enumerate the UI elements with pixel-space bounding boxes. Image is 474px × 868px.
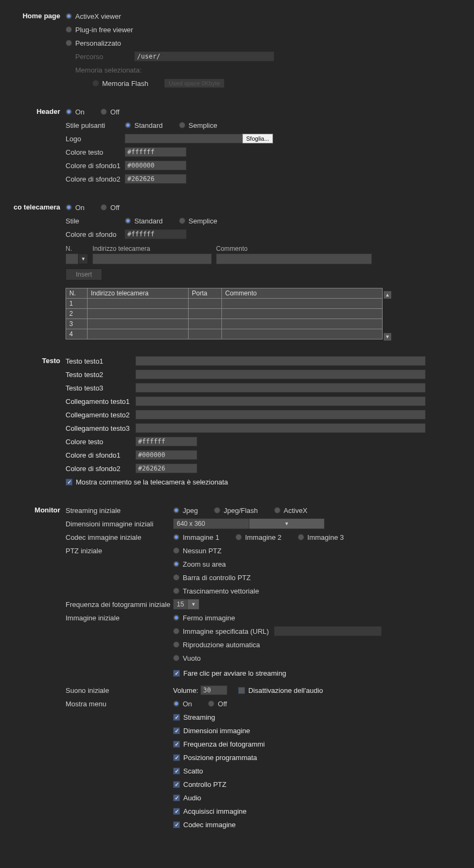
cb-preset[interactable]: ✓ xyxy=(173,754,180,761)
dropdown-fps[interactable]: 15▼ xyxy=(173,599,199,610)
label-testo-bg2: Colore di sfondo2 xyxy=(66,465,135,473)
th-n: N. xyxy=(66,288,88,299)
radio-pluginfree-viewer[interactable] xyxy=(66,26,72,33)
input-volume[interactable] xyxy=(200,685,227,695)
input-img-url xyxy=(274,626,382,636)
camera-table: N. Indirizzo telecamera Porta Commento 1… xyxy=(66,288,383,339)
label-menu-on: On xyxy=(183,700,192,708)
radio-jpegflash[interactable] xyxy=(214,507,220,513)
radio-codec1[interactable] xyxy=(173,534,179,540)
input-l2[interactable] xyxy=(135,410,426,419)
scroll-down-icon[interactable]: ▼ xyxy=(384,333,391,341)
cb-capture[interactable]: ✓ xyxy=(173,808,180,815)
cb-stream[interactable]: ✓ xyxy=(173,714,180,721)
radio-cam-on[interactable] xyxy=(66,204,72,211)
radio-img-url[interactable] xyxy=(173,628,179,634)
label-bg1: Colore di sfondo1 xyxy=(66,162,125,170)
section-title-monitor: Monitor xyxy=(0,505,64,833)
label-btn-style: Stile pulsanti xyxy=(66,121,125,129)
radio-cam-off[interactable] xyxy=(100,204,107,211)
label-ptz: PTZ iniziale xyxy=(66,547,173,555)
label-header-off: Off xyxy=(110,108,119,116)
radio-jpeg[interactable] xyxy=(173,507,179,513)
dropdown-dim[interactable]: 640 x 360▼ xyxy=(173,518,325,529)
label-img: Immagine iniziale xyxy=(66,614,173,622)
label-ptz-bar: Barra di controllo PTZ xyxy=(183,574,250,582)
radio-cam-standard[interactable] xyxy=(125,218,131,224)
input-logo[interactable] xyxy=(125,134,243,143)
label-text-color: Colore testo xyxy=(66,148,125,156)
input-bg2[interactable] xyxy=(125,174,186,184)
radio-menu-off[interactable] xyxy=(208,700,214,707)
checkbox-click-start[interactable]: ✓ xyxy=(173,670,180,677)
radio-flash-memory xyxy=(92,80,99,86)
cb-ptz[interactable]: ✓ xyxy=(173,781,180,788)
radio-cam-simple[interactable] xyxy=(179,218,185,224)
input-l3[interactable] xyxy=(135,423,426,433)
input-testo-bg1[interactable] xyxy=(135,450,197,460)
label-ptz-zoom: Zoom su area xyxy=(183,560,226,568)
radio-activex-viewer[interactable] xyxy=(66,13,72,19)
radio-codec3[interactable] xyxy=(298,534,304,540)
section-title-homepage: Home page xyxy=(0,11,64,91)
col-addr: Indirizzo telecamera xyxy=(92,245,216,252)
label-activex: ActiveX xyxy=(284,507,307,515)
label-testo-color: Colore testo xyxy=(66,438,135,446)
input-cam-comment[interactable] xyxy=(216,254,372,264)
input-cam-bg xyxy=(125,229,186,239)
label-cam-standard: Standard xyxy=(134,217,163,225)
label-btn-simple: Semplice xyxy=(189,121,217,129)
radio-custom[interactable] xyxy=(66,40,72,46)
radio-img-still[interactable] xyxy=(173,614,179,621)
input-l1[interactable] xyxy=(135,396,426,406)
input-t2[interactable] xyxy=(135,370,426,379)
input-bg1[interactable] xyxy=(125,161,186,170)
label-m-fps: Frequenza dei fotogrammi xyxy=(183,740,265,748)
cb-fps[interactable]: ✓ xyxy=(173,741,180,748)
label-logo: Logo xyxy=(66,135,125,143)
label-menu-off: Off xyxy=(218,700,227,708)
label-m-capture: Acquisisci immagine xyxy=(183,807,247,815)
label-flash-memory: Memoria Flash xyxy=(102,79,148,88)
radio-img-empty[interactable] xyxy=(173,655,179,661)
radio-ptz-none[interactable] xyxy=(173,547,179,554)
th-port: Porta xyxy=(189,288,222,299)
label-click-start: Fare clic per avviare lo streaming xyxy=(183,669,286,677)
label-m-ptz: Controllo PTZ xyxy=(183,780,226,789)
scroll-up-icon[interactable]: ▲ xyxy=(384,291,391,299)
input-testo-bg2[interactable] xyxy=(135,464,197,473)
radio-ptz-bar[interactable] xyxy=(173,574,179,581)
chevron-down-icon: ▼ xyxy=(187,599,199,609)
radio-menu-on[interactable] xyxy=(173,700,179,707)
cb-codec[interactable]: ✓ xyxy=(173,821,180,828)
browse-button[interactable]: Sfoglia... xyxy=(242,134,273,143)
radio-header-off[interactable] xyxy=(100,108,107,115)
num-select[interactable] xyxy=(66,254,78,264)
radio-btn-simple[interactable] xyxy=(179,122,185,128)
label-volume: Volume: xyxy=(173,686,198,695)
radio-btn-standard[interactable] xyxy=(125,122,131,128)
checkbox-mute[interactable]: ✓ xyxy=(238,687,245,694)
radio-header-on[interactable] xyxy=(66,108,72,115)
input-t3[interactable] xyxy=(135,383,426,393)
label-menu: Mostra menu xyxy=(66,700,173,708)
radio-ptz-drag[interactable] xyxy=(173,588,179,594)
chevron-down-icon[interactable]: ▼ xyxy=(78,254,88,264)
radio-codec2[interactable] xyxy=(235,534,242,540)
input-text-color[interactable] xyxy=(125,147,186,157)
radio-ptz-zoom[interactable] xyxy=(173,561,179,567)
cb-dim[interactable]: ✓ xyxy=(173,727,180,734)
insert-button[interactable]: Insert xyxy=(66,269,102,280)
input-testo-color[interactable] xyxy=(135,437,197,446)
checkbox-show-comment[interactable]: ✓ xyxy=(66,479,73,486)
cb-shot[interactable]: ✓ xyxy=(173,768,180,775)
radio-activex[interactable] xyxy=(274,507,281,513)
input-cam-addr[interactable] xyxy=(92,254,212,264)
label-m-audio: Audio xyxy=(183,794,201,802)
label-custom: Personalizzato xyxy=(75,39,121,47)
label-storage: Memoria selezionata: xyxy=(75,66,142,74)
radio-img-auto[interactable] xyxy=(173,641,179,648)
input-t1[interactable] xyxy=(135,356,426,366)
label-l2: Collegamento testo2 xyxy=(66,411,135,419)
cb-audio[interactable]: ✓ xyxy=(173,794,180,801)
